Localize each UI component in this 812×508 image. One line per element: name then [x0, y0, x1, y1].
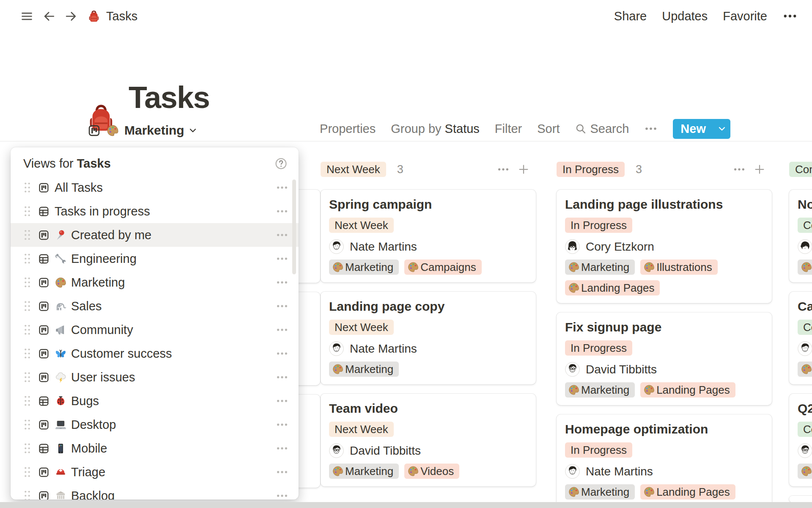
table-view-icon: [38, 253, 49, 265]
view-more-icon[interactable]: [276, 347, 288, 360]
hamburger-icon[interactable]: [20, 10, 33, 23]
drag-handle-icon[interactable]: [23, 466, 31, 478]
task-card[interactable]: Q2 r Completed E Marketing: [789, 394, 812, 486]
drag-handle-icon[interactable]: [23, 276, 31, 289]
view-row-tasks-in-progress[interactable]: Tasks in progress: [11, 199, 299, 223]
drag-handle-icon[interactable]: [23, 323, 31, 336]
drag-handle-icon[interactable]: [23, 205, 31, 218]
drag-handle-icon[interactable]: [23, 418, 31, 431]
scrollbar-thumb[interactable]: [292, 179, 296, 274]
column-add-icon[interactable]: [517, 163, 530, 176]
drag-handle-icon[interactable]: [23, 252, 31, 265]
drag-handle-icon[interactable]: [23, 442, 31, 455]
view-row-created-by-me[interactable]: Created by me: [11, 223, 299, 247]
toolbar-divider: [0, 141, 812, 141]
view-row-marketing[interactable]: Marketing: [11, 271, 299, 294]
task-card[interactable]: [789, 496, 812, 502]
drag-handle-icon[interactable]: [23, 229, 31, 241]
new-button[interactable]: New: [673, 119, 730, 139]
view-more-icon[interactable]: [276, 205, 288, 218]
task-card[interactable]: Fix signup page In Progress David Tibbit…: [557, 312, 772, 405]
drag-handle-icon[interactable]: [23, 371, 31, 384]
view-more-icon[interactable]: [276, 466, 288, 478]
card-tags: Marketing: [329, 362, 527, 377]
page-title[interactable]: Tasks: [129, 80, 209, 115]
column-cards: Spring campaign Next Week Nate Martins M…: [321, 190, 536, 486]
view-more-icon[interactable]: [276, 418, 288, 431]
view-row-user-issues[interactable]: User issues: [11, 365, 299, 389]
card-tags: Marketing Landing Pages: [565, 382, 763, 398]
column-status-badge[interactable]: Completed: [789, 162, 812, 177]
card-assignee: Cory Etzkorn: [565, 239, 763, 254]
rescue-helmet-icon: [55, 466, 67, 478]
storm-cloud-icon: [55, 371, 67, 384]
view-row-customer-success[interactable]: Customer success: [11, 342, 299, 365]
favorite-button[interactable]: Favorite: [723, 9, 767, 23]
share-button[interactable]: Share: [614, 9, 647, 23]
view-more-icon[interactable]: [276, 181, 288, 194]
view-more-icon[interactable]: [276, 489, 288, 500]
task-card[interactable]: Homepage optimization In Progress Nate M…: [557, 414, 772, 507]
view-more-icon[interactable]: [276, 395, 288, 407]
table-view-icon: [38, 443, 49, 454]
updates-button[interactable]: Updates: [662, 9, 708, 23]
forward-arrow-icon[interactable]: [64, 10, 77, 23]
view-more-icon[interactable]: [276, 300, 288, 312]
view-row-desktop[interactable]: Desktop: [11, 413, 299, 436]
palette-icon: [332, 363, 344, 375]
column-more-icon[interactable]: [497, 163, 510, 176]
task-card[interactable]: Landing page copy Next Week Nate Martins…: [321, 292, 536, 384]
view-label: Bugs: [71, 394, 99, 408]
pushpin-icon: [55, 229, 67, 241]
column-add-icon[interactable]: [753, 163, 766, 176]
table-view-icon: [38, 395, 49, 407]
view-row-all-tasks[interactable]: All Tasks: [11, 176, 299, 199]
column-status-badge[interactable]: Next Week: [321, 162, 386, 177]
search-button[interactable]: Search: [575, 122, 629, 136]
task-card[interactable]: Spring campaign Next Week Nate Martins M…: [321, 190, 536, 282]
palette-icon: [568, 486, 580, 498]
breadcrumb-page-title[interactable]: Tasks: [106, 9, 137, 23]
view-row-engineering[interactable]: Engineering: [11, 247, 299, 271]
drag-handle-icon[interactable]: [23, 489, 31, 500]
toolbar-more-icon[interactable]: [644, 122, 658, 135]
view-switcher[interactable]: Marketing: [88, 121, 198, 140]
view-row-community[interactable]: Community: [11, 318, 299, 342]
tag: Marketing: [565, 382, 635, 398]
drag-handle-icon[interactable]: [23, 181, 31, 194]
view-row-backlog[interactable]: Backlog: [11, 484, 299, 500]
drag-handle-icon[interactable]: [23, 395, 31, 407]
task-card[interactable]: Non Completed C Marketing: [789, 190, 812, 282]
view-more-icon[interactable]: [276, 276, 288, 289]
tag: Videos: [404, 464, 459, 479]
properties-button[interactable]: Properties: [320, 122, 376, 136]
view-row-sales[interactable]: Sales: [11, 294, 299, 318]
view-row-triage[interactable]: Triage: [11, 460, 299, 484]
card-assignee: C: [798, 239, 812, 254]
sort-button[interactable]: Sort: [537, 122, 560, 136]
view-more-icon[interactable]: [276, 229, 288, 241]
view-more-icon[interactable]: [276, 323, 288, 336]
task-card[interactable]: Landing page illustrations In Progress C…: [557, 190, 772, 303]
column-more-icon[interactable]: [733, 163, 746, 176]
task-card[interactable]: Team video Next Week David Tibbitts Mark…: [321, 394, 536, 486]
group-by-button[interactable]: Group by Status: [391, 122, 480, 136]
column-cards: Landing page illustrations In Progress C…: [557, 190, 772, 507]
view-more-icon[interactable]: [276, 371, 288, 384]
view-row-bugs[interactable]: Bugs: [11, 389, 299, 413]
new-button-label[interactable]: New: [673, 119, 713, 139]
more-options-icon[interactable]: [782, 8, 798, 24]
column-status-badge[interactable]: In Progress: [557, 162, 625, 177]
butterfly-icon: [55, 348, 67, 360]
new-button-chevron[interactable]: [713, 119, 730, 139]
drag-handle-icon[interactable]: [23, 347, 31, 360]
view-row-mobile[interactable]: Mobile: [11, 436, 299, 460]
drag-handle-icon[interactable]: [23, 300, 31, 312]
view-more-icon[interactable]: [276, 442, 288, 455]
task-card[interactable]: Cas Completed N Marketing: [789, 292, 812, 384]
filter-button[interactable]: Filter: [495, 122, 522, 136]
search-icon: [575, 123, 587, 135]
view-more-icon[interactable]: [276, 252, 288, 265]
back-arrow-icon[interactable]: [43, 10, 56, 23]
help-icon[interactable]: [274, 157, 288, 170]
